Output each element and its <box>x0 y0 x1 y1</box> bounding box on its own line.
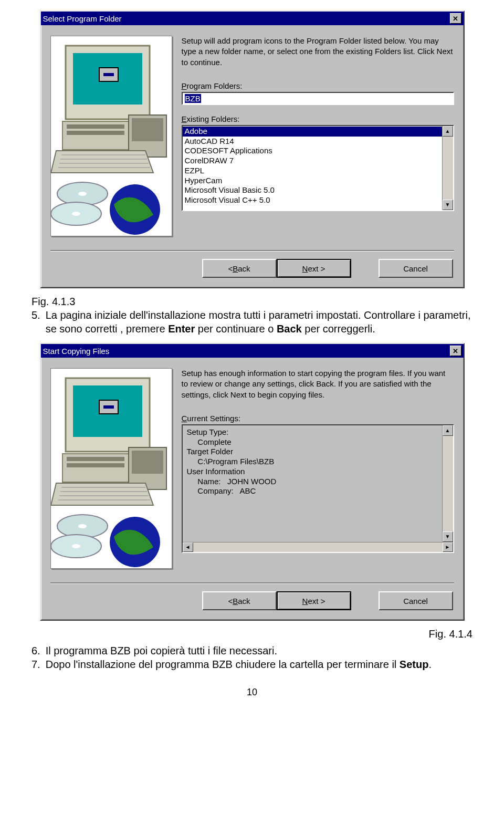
program-folders-label: Program Folders: <box>182 81 454 90</box>
current-settings-box: Setup Type: Complete Target Folder C:\Pr… <box>182 424 454 553</box>
scroll-right-icon[interactable]: ► <box>443 542 453 552</box>
cancel-button[interactable]: Cancel <box>379 259 453 278</box>
next-button[interactable]: Next > <box>277 591 351 610</box>
instructions-text: Setup will add program icons to the Prog… <box>182 36 454 68</box>
instructions-text: Setup has enough information to start co… <box>182 368 454 400</box>
existing-folders-listbox[interactable]: Adobe AutoCAD R14 CODESOFT Applications … <box>182 125 454 211</box>
window-title: Start Copying Files <box>43 347 450 356</box>
svg-marker-30 <box>51 483 153 505</box>
close-icon[interactable]: ✕ <box>450 346 461 356</box>
list-number: 7. <box>32 658 40 671</box>
setup-illustration <box>50 36 172 236</box>
close-icon[interactable]: ✕ <box>450 13 461 24</box>
scrollbar-vertical[interactable]: ▲ ▼ <box>442 126 453 210</box>
settings-line: Setup Type: <box>185 427 440 437</box>
svg-point-39 <box>72 544 80 548</box>
scrollbar-vertical[interactable]: ▲ ▼ <box>442 425 453 542</box>
scroll-down-icon[interactable]: ▼ <box>443 531 453 542</box>
paragraph-text: Dopo l'installazione del programma BZB c… <box>46 658 432 671</box>
list-item[interactable]: AutoCAD R14 <box>183 137 442 147</box>
svg-rect-7 <box>67 131 124 135</box>
list-item[interactable]: EZPL <box>183 166 442 176</box>
svg-rect-9 <box>132 118 163 141</box>
paragraph-text: Il programma BZB poi copierà tutti i fil… <box>46 644 277 658</box>
list-number: 6. <box>32 644 40 658</box>
scroll-down-icon[interactable]: ▼ <box>443 200 453 210</box>
settings-line: Name: JOHN WOOD <box>185 477 440 487</box>
settings-line: Company: ABC <box>185 486 440 496</box>
setup-illustration <box>50 368 172 569</box>
document-paragraph: Fig. 4.1.3 5. La pagina iniziale dell'in… <box>32 295 472 336</box>
svg-point-19 <box>72 212 80 216</box>
document-paragraph: Fig. 4.1.4 6. Il programma BZB poi copie… <box>32 627 472 671</box>
list-item[interactable]: Microsoft Visual Basic 5.0 <box>183 185 442 195</box>
page-number: 10 <box>16 687 488 698</box>
svg-point-17 <box>78 192 87 196</box>
existing-folders-label: Existing Folders: <box>182 114 454 123</box>
list-item[interactable]: Microsoft Visual C++ 5.0 <box>183 195 442 205</box>
program-folder-input[interactable]: BZB <box>182 92 454 105</box>
svg-marker-10 <box>51 151 153 173</box>
start-copying-files-dialog: Start Copying Files ✕ <box>40 343 465 621</box>
scroll-up-icon[interactable]: ▲ <box>443 425 453 436</box>
back-button[interactable]: < Back <box>202 259 277 278</box>
list-item[interactable]: CorelDRAW 7 <box>183 156 442 166</box>
list-item[interactable]: HyperCam <box>183 176 442 186</box>
list-number: 5. <box>32 308 40 336</box>
list-item[interactable]: CODESOFT Applications <box>183 146 442 156</box>
scroll-up-icon[interactable]: ▲ <box>443 126 453 137</box>
settings-line: Target Folder <box>185 447 440 457</box>
svg-rect-27 <box>67 463 124 467</box>
window-title: Select Program Folder <box>43 14 450 23</box>
svg-rect-6 <box>67 124 124 129</box>
svg-rect-29 <box>132 451 163 474</box>
svg-rect-4 <box>103 73 114 76</box>
current-settings-label: Current Settings: <box>182 414 454 423</box>
back-button[interactable]: < Back <box>202 591 277 610</box>
settings-line: C:\Program Files\BZB <box>185 457 440 467</box>
figure-caption: Fig. 4.1.4 <box>32 627 472 641</box>
scrollbar-horizontal[interactable]: ◄ ► <box>183 542 453 552</box>
paragraph-text: La pagina iniziale dell'installazione mo… <box>46 308 472 336</box>
svg-rect-24 <box>103 405 114 409</box>
titlebar[interactable]: Start Copying Files ✕ <box>41 344 464 358</box>
svg-rect-26 <box>67 457 124 461</box>
next-button[interactable]: Next > <box>277 259 351 278</box>
list-item[interactable]: Adobe <box>183 127 442 137</box>
settings-line: Complete <box>185 437 440 447</box>
figure-caption: Fig. 4.1.3 <box>32 295 472 308</box>
cancel-button[interactable]: Cancel <box>379 591 453 610</box>
titlebar[interactable]: Select Program Folder ✕ <box>41 12 464 25</box>
scroll-left-icon[interactable]: ◄ <box>183 542 193 552</box>
select-program-folder-dialog: Select Program Folder ✕ <box>40 11 465 288</box>
settings-line: User Information <box>185 467 440 477</box>
svg-point-37 <box>78 524 87 528</box>
